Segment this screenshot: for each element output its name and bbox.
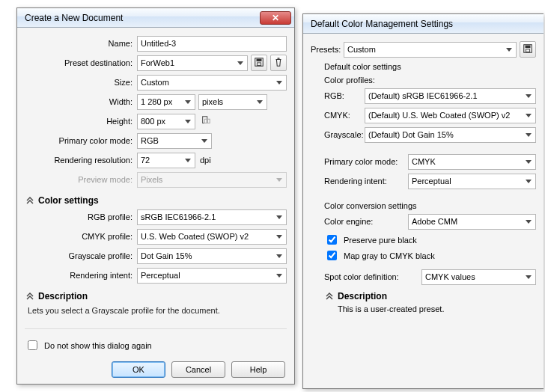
color-engine-select[interactable]: Adobe CMM [408, 214, 536, 230]
rendering-intent-label: Rendering intent: [324, 177, 408, 186]
svg-rect-7 [526, 49, 529, 52]
create-new-document-dialog: Create a New Document ✕ Name: Preset des… [16, 7, 295, 385]
preset-destination-label: Preset destination: [25, 58, 137, 67]
rendering-intent-select[interactable]: Perceptual [408, 174, 536, 189]
rgb-profile-select[interactable]: sRGB IEC61966-2.1 [137, 209, 287, 225]
rendering-intent-label: Rendering intent: [25, 271, 137, 280]
color-engine-label: Color engine: [324, 217, 408, 226]
titlebar[interactable]: Create a New Document ✕ [17, 8, 294, 28]
primary-color-label: Primary color mode: [25, 136, 137, 145]
delete-preset-button[interactable] [270, 55, 287, 71]
orientation-toggle[interactable] [198, 114, 213, 129]
name-field[interactable] [137, 36, 287, 52]
grayscale-profile-select[interactable]: (Default) Dot Gain 15% [365, 127, 536, 143]
width-label: Width: [25, 97, 137, 106]
primary-color-select[interactable]: RGB [137, 133, 212, 149]
ok-button[interactable]: OK [112, 361, 165, 378]
name-label: Name: [25, 39, 137, 48]
cancel-button[interactable]: Cancel [171, 361, 225, 378]
height-field[interactable]: 800 px [137, 114, 195, 129]
default-color-settings-group: Default color settings Color profiles: R… [324, 62, 536, 313]
preserve-pure-black-input[interactable] [327, 235, 337, 245]
presets-label: Presets: [311, 45, 344, 54]
rgb-label: RGB: [324, 91, 365, 100]
collapse-icon [26, 293, 34, 300]
grayscale-profile-label: Grayscale profile: [25, 251, 137, 260]
floppy-disk-icon [523, 43, 533, 55]
cmyk-profile-label: CMYK profile: [25, 232, 137, 241]
main-form-area: Name: Preset destination: ForWeb1 [25, 35, 287, 191]
grayscale-profile-select[interactable]: Dot Gain 15% [137, 248, 287, 264]
primary-color-label: Primary color mode: [324, 157, 408, 166]
render-resolution-field[interactable]: 72 [137, 153, 195, 168]
color-conversion-label: Color conversion settings [324, 201, 536, 210]
preview-mode-select: Pixels [137, 172, 287, 188]
cmyk-label: CMYK: [324, 111, 365, 120]
close-button[interactable]: ✕ [260, 11, 291, 25]
rgb-profile-label: RGB profile: [25, 212, 137, 221]
svg-rect-2 [257, 63, 261, 66]
description-header[interactable]: Description [326, 291, 536, 301]
render-resolution-label: Rendering resolution: [25, 156, 137, 165]
rgb-profile-select[interactable]: (Default) sRGB IEC61966-2.1 [365, 88, 536, 104]
help-button[interactable]: Help [231, 361, 285, 378]
svg-rect-1 [257, 59, 262, 62]
size-label: Size: [25, 78, 137, 87]
description-text: This is a user-created preset. [338, 304, 536, 313]
dont-show-again-checkbox[interactable]: Do not show this dialog again [25, 338, 287, 352]
description-header[interactable]: Description [26, 291, 287, 301]
default-color-settings-label: Default color settings [324, 62, 536, 71]
preserve-pure-black-checkbox[interactable]: Preserve pure black [324, 233, 536, 247]
width-field[interactable]: 1 280 px [137, 94, 195, 110]
spot-color-select[interactable]: CMYK values [421, 269, 536, 285]
rendering-intent-select[interactable]: Perceptual [137, 268, 287, 284]
floppy-disk-icon [254, 57, 264, 69]
spot-color-label: Spot color definition: [324, 272, 421, 281]
collapse-icon [26, 197, 34, 204]
color-settings-section: RGB profile: sRGB IEC61966-2.1 CMYK prof… [25, 209, 287, 287]
collapse-icon [326, 293, 333, 300]
height-label: Height: [25, 117, 137, 126]
dialog-title: Default Color Management Settings [311, 19, 541, 29]
close-icon: ✕ [272, 13, 279, 23]
map-gray-checkbox[interactable]: Map gray to CMYK black [324, 248, 536, 263]
map-gray-input[interactable] [327, 251, 337, 260]
preset-destination-select[interactable]: ForWeb1 [137, 55, 248, 71]
preview-mode-label: Preview mode: [25, 175, 137, 184]
svg-rect-6 [526, 46, 531, 49]
dpi-label: dpi [200, 156, 211, 165]
color-profiles-label: Color profiles: [324, 76, 536, 85]
titlebar[interactable]: Default Color Management Settings [303, 14, 544, 34]
portrait-landscape-icon [201, 115, 211, 127]
dialog-title: Create a New Document [25, 13, 260, 23]
dialog-footer: Do not show this dialog again OK Cancel … [25, 328, 287, 379]
cmyk-profile-select[interactable]: U.S. Web Coated (SWOP) v2 [137, 229, 287, 245]
default-color-management-dialog: Default Color Management Settings Preset… [302, 13, 544, 389]
units-select[interactable]: pixels [198, 94, 267, 110]
save-preset-button[interactable] [251, 55, 267, 71]
trash-icon [273, 57, 284, 69]
cmyk-profile-select[interactable]: (Default) U.S. Web Coated (SWOP) v2 [365, 108, 536, 123]
grayscale-label: Grayscale: [324, 130, 365, 139]
presets-select[interactable]: Custom [344, 42, 517, 58]
description-text: Lets you select a Grayscale profile for … [28, 306, 284, 315]
save-preset-button[interactable] [520, 41, 536, 58]
color-settings-header[interactable]: Color settings [26, 195, 287, 206]
size-select[interactable]: Custom [137, 75, 287, 91]
primary-color-select[interactable]: CMYK [408, 154, 536, 170]
dont-show-again-input[interactable] [28, 340, 37, 350]
